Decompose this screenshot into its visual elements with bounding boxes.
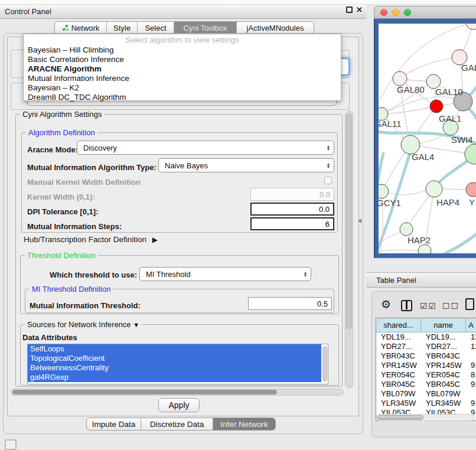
network-view-canvas[interactable]: GALGAL80GAL10GAL1GAL11SWI4GAL4GCY1HAP4YH…: [379, 24, 476, 253]
settings-horizontal-scrollbar-thumb[interactable]: [12, 390, 277, 394]
network-node-gal1[interactable]: [430, 100, 443, 113]
tab-select[interactable]: Select: [138, 22, 174, 34]
select-all-icon[interactable]: ☑☑: [420, 301, 437, 311]
table-cell: 9.: [466, 361, 476, 370]
table-cell: YDL19...: [376, 332, 421, 342]
column-header-name[interactable]: name: [421, 318, 466, 332]
table-panel-titlebar: Table Panel: [366, 272, 476, 288]
table-row[interactable]: YBR043CYBR043C: [376, 351, 476, 361]
table-horizontal-scrollbar[interactable]: [376, 414, 475, 421]
network-node-label: GAL11: [379, 119, 402, 129]
tab-discretize-data[interactable]: Discretize Data: [141, 418, 213, 430]
algorithm-popup-item[interactable]: Bayesian – K2: [24, 83, 341, 93]
mi-type-label: Mutual Information Algorithm Type:: [27, 163, 157, 172]
table-row[interactable]: YBL079WYBL079W: [376, 389, 476, 399]
network-node-y[interactable]: [466, 182, 476, 197]
settings-vertical-scrollbar[interactable]: [345, 111, 353, 388]
attr-list-scrollbar-thumb[interactable]: [322, 346, 327, 381]
file-icon[interactable]: [465, 298, 474, 310]
table-row[interactable]: YLR345WYLR345W9.: [376, 399, 476, 408]
mi-threshold-input[interactable]: 0.5: [248, 297, 332, 310]
table-horizontal-scrollbar-thumb[interactable]: [377, 415, 423, 420]
data-attributes-label: Data Attributes: [22, 333, 77, 342]
kernel-width-label: Kernel Width (0,1):: [27, 193, 95, 201]
apply-button[interactable]: Apply: [158, 398, 200, 412]
tab-style[interactable]: Style: [107, 22, 138, 34]
mi-steps-input[interactable]: 6: [250, 217, 334, 230]
tab-impute-data[interactable]: Impute Data: [87, 418, 141, 430]
table-row[interactable]: YDL19...YDL19...13: [376, 332, 476, 342]
settings-horizontal-scrollbar[interactable]: [11, 389, 344, 396]
control-panel-tabs: Network Style Select Cyni Toolbox jActiv…: [54, 21, 314, 34]
table-cell: YLR345W: [376, 399, 421, 408]
table-row[interactable]: YER054CYER054C8.: [376, 370, 476, 380]
table-cell: YBL079W: [421, 389, 466, 399]
table-cell: YDR27...: [421, 342, 466, 351]
table-cell: YPR145W: [376, 361, 421, 370]
mi-threshold-group-title: MI Threshold Definition: [30, 285, 113, 294]
close-traffic-light[interactable]: [380, 9, 387, 16]
algorithm-popup-item[interactable]: Bayesian – Hill Climbing: [24, 45, 341, 55]
network-node[interactable]: [466, 24, 476, 30]
float-panel-icon[interactable]: [346, 6, 353, 13]
network-node-label: GAL1: [439, 113, 461, 123]
algorithm-popup-items: Bayesian – Hill ClimbingBasic Correlatio…: [24, 45, 341, 102]
data-attribute-item[interactable]: gal4RGexp: [28, 373, 321, 382]
table-row[interactable]: YPR145WYPR145W9.: [376, 361, 476, 370]
table-cell: YPR145W: [421, 361, 466, 370]
unselect-all-icon[interactable]: ☐☐: [442, 301, 459, 311]
data-attribute-item[interactable]: TopologicalCoefficient: [28, 354, 321, 363]
zoom-traffic-light[interactable]: [404, 9, 411, 16]
algorithm-definition-title: Algorithm Definition: [26, 128, 97, 137]
algorithm-popup-item[interactable]: Basic Correlation Inference: [24, 55, 341, 64]
dpi-tolerance-label: DPI Tolerance [0,1]:: [27, 207, 98, 216]
tab-network[interactable]: Network: [55, 22, 107, 34]
kernel-width-input[interactable]: 0.0: [250, 188, 334, 201]
algorithm-dropdown-popup: Select algorithm to view settings Bayesi…: [23, 34, 341, 101]
tab-infer-network[interactable]: Infer Network: [213, 418, 275, 430]
aracne-mode-combo[interactable]: Discovery ▴▾: [77, 141, 334, 155]
aracne-mode-label: Aracne Mode:: [27, 145, 78, 154]
sources-group-title[interactable]: Sources for Network Inference ▼: [25, 320, 142, 329]
hub-definition-expander[interactable]: Hub/Transcription Factor Definition ▶: [24, 235, 158, 244]
settings-vertical-scrollbar-thumb[interactable]: [346, 113, 352, 329]
collapsed-panel-icon[interactable]: [5, 439, 17, 450]
close-panel-icon[interactable]: ✕: [356, 6, 363, 13]
gear-icon[interactable]: ⚙: [381, 298, 391, 311]
table-cell: 9.: [466, 380, 476, 389]
table-row[interactable]: YBR045CYBR045C9.: [376, 380, 476, 389]
table-header-row: shared... name A: [376, 318, 476, 332]
network-node-hap4[interactable]: [426, 181, 442, 197]
network-labels: GALGAL80GAL10GAL1GAL11SWI4GAL4GCY1HAP4YH…: [379, 63, 476, 245]
network-window-titlebar[interactable]: [374, 6, 476, 19]
column-header-partial[interactable]: A: [466, 318, 476, 332]
algorithm-popup-item[interactable]: ARACNE Algorithm: [24, 64, 341, 74]
table-row[interactable]: YDR27...YDR27...12: [376, 342, 476, 351]
algorithm-popup-item[interactable]: Mutual Information Inference: [24, 74, 341, 83]
mi-type-combo[interactable]: Naive Bayes ▴▾: [158, 158, 334, 172]
data-attributes-list[interactable]: SelfLoopsTopologicalCoefficientBetweenne…: [27, 344, 328, 384]
panel-collapse-arrow[interactable]: [358, 219, 361, 223]
network-node-gcy1[interactable]: [379, 184, 389, 198]
columns-icon[interactable]: [401, 300, 412, 311]
network-node-label: HAP4: [436, 197, 459, 207]
app-screen: Control Panel ✕ Network Style Select Cyn…: [0, 0, 476, 450]
data-attribute-item[interactable]: SelfLoops: [28, 344, 321, 354]
network-node-hap2[interactable]: [400, 223, 413, 236]
data-attribute-item[interactable]: BetweennessCentrality: [28, 363, 321, 373]
table-cell: YDL19...: [421, 332, 466, 342]
tab-jactivemnodules[interactable]: jActiveMNodules: [237, 22, 314, 34]
network-node-label: GAL80: [397, 84, 425, 94]
which-threshold-combo[interactable]: MI Threshold ▴▾: [139, 267, 311, 281]
tab-cyni-toolbox[interactable]: Cyni Toolbox: [174, 22, 237, 34]
minimize-traffic-light[interactable]: [392, 9, 399, 16]
manual-kernel-checkbox[interactable]: [324, 177, 332, 184]
node-table[interactable]: shared... name A YDL19...YDL19...13YDR27…: [376, 318, 476, 421]
column-header-shared-name[interactable]: shared...: [376, 318, 421, 332]
algorithm-popup-item[interactable]: Dream8 DC_TDC Algorithm: [24, 93, 341, 102]
network-node-label: GAL: [461, 63, 476, 73]
table-cell: YBR045C: [376, 380, 421, 389]
manual-kernel-label: Manual Kernel Width Definition: [27, 178, 141, 187]
network-node-gal80[interactable]: [393, 71, 407, 86]
dpi-tolerance-input[interactable]: 0.0: [250, 203, 334, 216]
